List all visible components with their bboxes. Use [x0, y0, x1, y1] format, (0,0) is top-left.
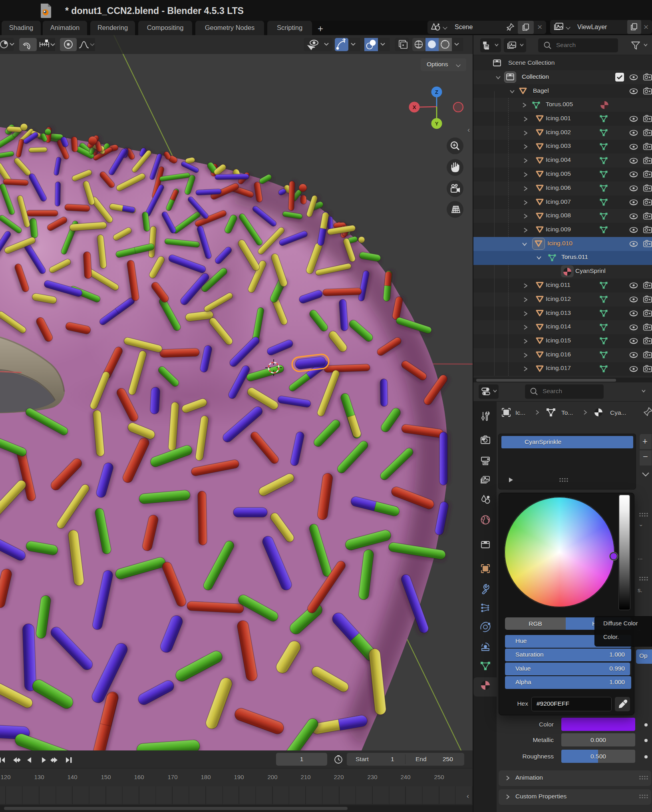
svg-text:Z: Z	[435, 89, 438, 95]
svg-text:X: X	[413, 104, 416, 110]
svg-text:Y: Y	[435, 121, 439, 127]
